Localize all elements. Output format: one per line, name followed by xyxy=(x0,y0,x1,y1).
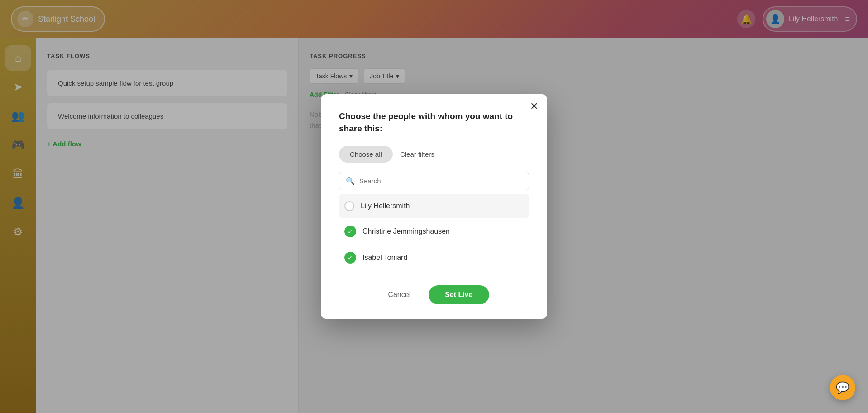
person-item-lily[interactable]: Lily Hellersmith xyxy=(339,194,529,218)
person-list: Lily Hellersmith ✓ Christine Jemmingshau… xyxy=(339,194,529,271)
search-icon: 🔍 xyxy=(346,177,355,185)
modal-action-row: Choose all Clear filters xyxy=(339,146,529,163)
modal-footer: Cancel Set Live xyxy=(339,285,529,304)
modal-close-button[interactable]: ✕ xyxy=(530,101,538,111)
person-name-christine: Christine Jemmingshausen xyxy=(362,227,450,235)
person-item-isabel[interactable]: ✓ Isabel Toniard xyxy=(339,245,529,271)
search-box[interactable]: 🔍 xyxy=(339,172,529,190)
person-name-lily: Lily Hellersmith xyxy=(361,202,410,210)
modal-title: Choose the people with whom you want to … xyxy=(339,110,529,134)
person-check-christine[interactable]: ✓ xyxy=(344,226,356,237)
person-name-isabel: Isabel Toniard xyxy=(362,254,407,262)
share-modal: ✕ Choose the people with whom you want t… xyxy=(321,94,547,318)
cancel-button[interactable]: Cancel xyxy=(379,286,420,303)
set-live-button[interactable]: Set Live xyxy=(429,285,489,304)
search-input[interactable] xyxy=(359,177,522,185)
modal-overlay[interactable]: ✕ Choose the people with whom you want t… xyxy=(0,0,868,413)
person-radio-lily[interactable] xyxy=(344,201,354,211)
person-check-isabel[interactable]: ✓ xyxy=(344,252,356,264)
chat-icon: 💬 xyxy=(836,381,849,394)
choose-all-button[interactable]: Choose all xyxy=(339,146,393,163)
modal-clear-filters-button[interactable]: Clear filters xyxy=(400,150,434,158)
chat-fab-button[interactable]: 💬 xyxy=(830,375,855,400)
person-item-christine[interactable]: ✓ Christine Jemmingshausen xyxy=(339,218,529,245)
